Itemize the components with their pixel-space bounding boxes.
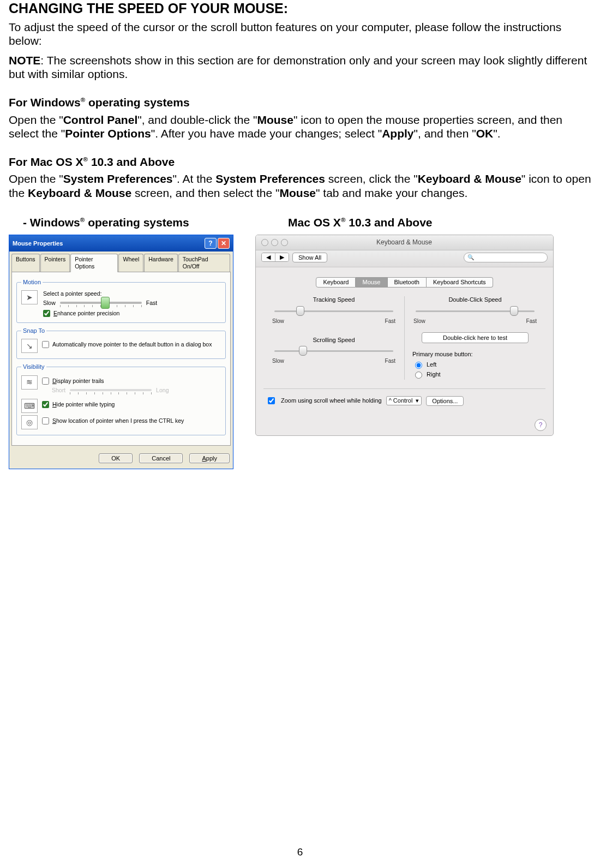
scrolling-speed-slider[interactable] <box>271 346 397 359</box>
registered-mark: ® <box>83 156 88 163</box>
tab-wheel[interactable]: Wheel <box>118 254 143 272</box>
search-field[interactable]: 🔍 <box>464 253 548 262</box>
visibility-group: Visibility ≋ Display pointer trails Shor… <box>16 363 226 435</box>
intro-paragraph: To adjust the speed of the cursor or the… <box>9 20 591 48</box>
document-page: CHANGING THE SPEED OF YOUR MOUSE: To adj… <box>0 0 600 868</box>
visibility-legend: Visibility <box>21 363 46 370</box>
modifier-select[interactable]: ^ Control ▾ <box>386 396 422 405</box>
back-button[interactable]: ◀ <box>262 253 275 261</box>
note-body: : The screenshots show in this section a… <box>9 54 587 81</box>
slider-thumb[interactable] <box>510 306 518 316</box>
page-title: CHANGING THE SPEED OF YOUR MOUSE: <box>9 0 591 17</box>
hide-while-typing-label: Hide pointer while typing <box>52 401 115 408</box>
zoom-label: Zoom using scroll wheel while holding <box>281 397 382 404</box>
pointer-trails-label: Display pointer trails <box>52 378 104 385</box>
tab-buttons[interactable]: Buttons <box>11 254 40 272</box>
mac-column: Mac OS X® 10.3 and Above Keyboard & Mous… <box>255 215 554 436</box>
mac-paragraph: Open the "System Preferences". At the Sy… <box>9 172 591 200</box>
double-click-speed-label: Double-Click Speed <box>412 296 538 303</box>
pointer-speed-slider[interactable] <box>60 302 142 304</box>
left-column: Tracking Speed Slow Fast Scrolling Speed <box>263 296 404 380</box>
mac-subheading: For Mac OS X® 10.3 and Above <box>9 155 591 169</box>
note-paragraph: NOTE: The screenshots show in this secti… <box>9 53 591 81</box>
help-button[interactable]: ? <box>535 419 547 431</box>
window-title: Mouse Properties <box>13 240 203 247</box>
trail-length-slider <box>70 389 152 391</box>
windows-subheading: For Windows® operating systems <box>9 95 591 110</box>
cancel-button[interactable]: Cancel <box>139 453 183 463</box>
enhance-precision-checkbox[interactable] <box>43 310 50 317</box>
scrolling-speed-label: Scrolling Speed <box>271 337 397 344</box>
ctrl-locate-label: Show location of pointer when I press th… <box>52 417 184 424</box>
tab-keyboard-shortcuts[interactable]: Keyboard Shortcuts <box>427 277 493 288</box>
hide-while-typing-checkbox[interactable] <box>42 401 49 408</box>
note-prefix: NOTE <box>9 54 40 67</box>
tab-strip: Buttons Pointers Pointer Options Wheel H… <box>9 252 233 272</box>
tab-hardware[interactable]: Hardware <box>144 254 178 272</box>
close-button[interactable]: ✕ <box>218 238 230 249</box>
motion-group: Motion ➤ Select a pointer speed: Slow <box>16 279 226 323</box>
right-column: Double-Click Speed Slow Fast Double-clic… <box>404 296 545 380</box>
ctrl-locate-checkbox[interactable] <box>42 417 49 424</box>
primary-right-radio[interactable] <box>415 372 422 379</box>
titlebar[interactable]: Mouse Properties ? ✕ <box>9 235 233 252</box>
tracking-speed-label: Tracking Speed <box>271 296 397 303</box>
tab-pointer-options[interactable]: Pointer Options <box>70 254 118 272</box>
snapto-checkbox[interactable] <box>42 341 49 348</box>
search-icon: 🔍 <box>467 254 474 261</box>
double-click-test-field[interactable]: Double-click here to test <box>422 332 529 343</box>
mac-body: Keyboard Mouse Bluetooth Keyboard Shortc… <box>256 267 553 416</box>
fast-label: Fast <box>146 300 157 307</box>
tracking-speed-slider[interactable] <box>271 306 397 319</box>
tab-keyboard[interactable]: Keyboard <box>316 277 356 288</box>
traffic-lights[interactable] <box>261 239 288 246</box>
show-all-button[interactable]: Show All <box>292 253 327 262</box>
zoom-checkbox[interactable] <box>268 397 275 404</box>
minimize-traffic-light[interactable] <box>271 239 278 246</box>
windows-paragraph: Open the "Control Panel", and double-cli… <box>9 113 591 141</box>
pointer-icon: ➤ <box>21 290 38 304</box>
close-traffic-light[interactable] <box>261 239 268 246</box>
zoom-row: Zoom using scroll wheel while holding ^ … <box>263 388 545 406</box>
snapto-icon: ↘ <box>21 339 38 353</box>
ctrl-locate-icon: ◎ <box>21 415 38 429</box>
motion-legend: Motion <box>21 279 43 286</box>
pointer-trails-checkbox[interactable] <box>42 378 49 385</box>
apply-button[interactable]: Apply <box>189 453 230 463</box>
primary-right-label: Right <box>427 371 441 378</box>
page-number: 6 <box>0 846 600 858</box>
double-click-speed-slider[interactable] <box>412 306 538 319</box>
primary-button-label: Primary mouse button: <box>412 351 538 358</box>
ok-button[interactable]: OK <box>99 453 133 463</box>
slider-thumb[interactable] <box>299 346 307 356</box>
pointer-speed-label: Select a pointer speed: <box>43 290 221 297</box>
mac-tab-strip: Keyboard Mouse Bluetooth Keyboard Shortc… <box>263 277 545 288</box>
short-label: Short <box>52 387 65 394</box>
help-button[interactable]: ? <box>205 238 217 249</box>
options-button[interactable]: Options... <box>426 396 464 406</box>
windows-column: - Windows® operating systems Mouse Prope… <box>9 215 233 470</box>
hide-typing-icon: ⌨ <box>21 399 38 413</box>
mac-titlebar[interactable]: Keyboard & Mouse <box>256 235 553 250</box>
tab-body: Motion ➤ Select a pointer speed: Slow <box>11 272 231 446</box>
tab-mouse[interactable]: Mouse <box>356 277 387 288</box>
enhance-precision-label: EEnhance pointer precisionnhance pointer… <box>53 310 119 317</box>
dialog-button-row: OK Cancel Apply <box>9 448 233 469</box>
zoom-traffic-light[interactable] <box>281 239 288 246</box>
tab-pointers[interactable]: Pointers <box>40 254 70 272</box>
primary-left-radio[interactable] <box>415 362 422 369</box>
long-label: Long <box>156 387 169 394</box>
slider-thumb[interactable] <box>101 297 110 309</box>
slider-thumb[interactable] <box>296 306 304 316</box>
tab-touchpad-onoff[interactable]: TouchPad On/Off <box>178 254 230 272</box>
registered-mark: ® <box>81 97 86 103</box>
slow-label: Slow <box>43 300 56 307</box>
forward-button[interactable]: ▶ <box>275 253 289 261</box>
snapto-legend: Snap To <box>21 327 46 334</box>
keyboard-mouse-window: Keyboard & Mouse ◀ ▶ Show All 🔍 Keyboa <box>255 235 554 436</box>
windows-column-heading: - Windows® operating systems <box>9 215 233 230</box>
tab-bluetooth[interactable]: Bluetooth <box>388 277 427 288</box>
mac-toolbar: ◀ ▶ Show All 🔍 <box>256 250 553 267</box>
snapto-group: Snap To ↘ Automatically move pointer to … <box>16 327 226 359</box>
mouse-properties-dialog: Mouse Properties ? ✕ Buttons Pointers Po… <box>9 235 233 469</box>
